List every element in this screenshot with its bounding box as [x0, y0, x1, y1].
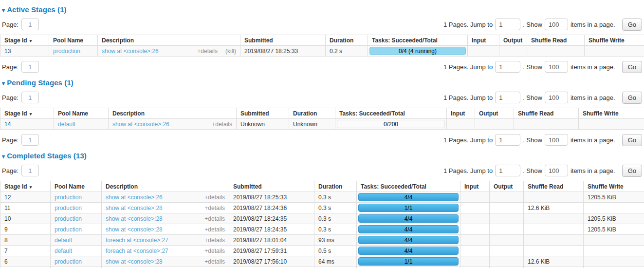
column-header-pool-name[interactable]: Pool Name — [49, 35, 98, 46]
kill-link[interactable]: (kill) — [225, 48, 236, 55]
input-cell — [468, 46, 499, 57]
details-toggle[interactable]: +details — [212, 121, 232, 128]
stage-description-link[interactable]: foreach at <console>:27 — [106, 248, 200, 254]
column-header-output[interactable]: Output — [475, 108, 514, 119]
page-number-input[interactable] — [21, 61, 39, 73]
go-button[interactable]: Go — [622, 61, 642, 73]
page-number-input[interactable] — [21, 134, 39, 146]
details-toggle[interactable]: +details — [204, 194, 225, 201]
jump-to-page-input[interactable] — [495, 92, 520, 103]
page-number-input[interactable] — [21, 92, 39, 103]
column-header-stage-id[interactable]: Stage Id▾ — [0, 181, 51, 192]
stage-description-link[interactable]: show at <console>:28 — [106, 226, 200, 233]
stage-description-link[interactable]: show at <console>:28 — [106, 205, 200, 211]
go-button[interactable]: Go — [622, 92, 642, 104]
go-button[interactable]: Go — [622, 165, 642, 177]
go-button[interactable]: Go — [622, 134, 642, 146]
pool-name-cell: default — [51, 235, 102, 246]
stage-description-link[interactable]: show at <console>:28 — [106, 258, 200, 265]
items-per-page-input[interactable] — [545, 19, 568, 30]
description-cell: show at <console>:28+details — [102, 224, 229, 235]
column-header-duration[interactable]: Duration — [289, 108, 335, 119]
items-per-page-input[interactable] — [545, 92, 568, 103]
column-header-shuffle-read[interactable]: Shuffle Read — [524, 181, 584, 192]
column-header-tasks-succeeded-total[interactable]: Tasks: Succeeded/Total — [335, 108, 447, 119]
column-header-submitted[interactable]: Submitted — [237, 108, 289, 119]
column-header-tasks-succeeded-total[interactable]: Tasks: Succeeded/Total — [357, 181, 460, 192]
jump-to-page-input[interactable] — [495, 61, 520, 73]
items-per-page-text: items in a page. — [570, 21, 615, 28]
column-header-input[interactable]: Input — [468, 35, 499, 46]
tasks-progress-cell: 4/4 — [357, 192, 460, 203]
details-toggle[interactable]: +details — [204, 205, 225, 211]
column-header-shuffle-write[interactable]: Shuffle Write — [579, 108, 644, 119]
details-toggle[interactable]: +details — [204, 237, 225, 244]
go-button[interactable]: Go — [622, 19, 642, 31]
duration-cell: 93 ms — [314, 235, 357, 246]
section-heading-pending-stages[interactable]: ▾Pending Stages (1) — [2, 78, 644, 87]
section-heading-active-stages[interactable]: ▾Active Stages (1) — [2, 5, 644, 14]
details-toggle[interactable]: +details — [204, 215, 225, 222]
pool-name-link[interactable]: default — [55, 237, 72, 244]
stage-description-link[interactable]: show at <console>:26 — [106, 194, 200, 201]
pending-stages-section: ▾Pending Stages (1) Page:1 Pages. Jump t… — [0, 78, 644, 146]
description-wrap: show at <console>:28+details — [106, 215, 225, 222]
column-header-duration[interactable]: Duration — [326, 35, 368, 46]
shuffle-write-cell — [584, 256, 644, 267]
pool-name-link[interactable]: production — [55, 215, 82, 222]
column-header-input[interactable]: Input — [460, 181, 490, 192]
items-per-page-input[interactable] — [545, 165, 568, 176]
column-header-pool-name[interactable]: Pool Name — [51, 181, 102, 192]
column-header-pool-name[interactable]: Pool Name — [54, 108, 109, 119]
duration-cell: 0.3 s — [314, 213, 357, 224]
jump-to-page-input[interactable] — [495, 19, 520, 30]
column-header-description[interactable]: Description — [98, 35, 240, 46]
pool-name-link[interactable]: production — [55, 194, 82, 201]
table-row: 10productionshow at <console>:28+details… — [0, 213, 644, 224]
column-header-submitted[interactable]: Submitted — [229, 181, 314, 192]
page-label: Page: — [2, 21, 18, 28]
pagination-pending-bottom: Page:1 Pages. Jump to. Showitems in a pa… — [0, 134, 644, 146]
sort-desc-icon: ▾ — [30, 185, 32, 190]
pool-name-link[interactable]: production — [55, 258, 82, 265]
stage-description-link[interactable]: foreach at <console>:27 — [106, 237, 200, 244]
stage-description-link[interactable]: show at <console>:28 — [106, 215, 200, 222]
details-toggle[interactable]: +details — [204, 258, 225, 265]
column-header-stage-id[interactable]: Stage Id▾ — [0, 108, 54, 119]
column-header-tasks-succeeded-total[interactable]: Tasks: Succeeded/Total — [368, 35, 468, 46]
column-header-submitted[interactable]: Submitted — [240, 35, 326, 46]
details-toggle[interactable]: +details — [197, 48, 218, 55]
stage-id-cell: 14 — [0, 119, 54, 130]
column-header-duration[interactable]: Duration — [314, 181, 357, 192]
column-header-stage-id[interactable]: Stage Id▾ — [0, 35, 49, 46]
jump-to-page-input[interactable] — [495, 165, 520, 176]
pool-name-link[interactable]: default — [55, 248, 72, 254]
items-per-page-input[interactable] — [545, 134, 568, 146]
details-toggle[interactable]: +details — [204, 248, 225, 254]
stage-description-link[interactable]: show at <console>:26 — [112, 121, 207, 128]
submitted-cell: 2019/08/27 18:25:33 — [240, 46, 326, 57]
stage-description-link[interactable]: show at <console>:26 — [102, 48, 192, 55]
completed-stages-section: ▾Completed Stages (13) Page:1 Pages. Jum… — [0, 152, 644, 268]
column-header-shuffle-write[interactable]: Shuffle Write — [585, 35, 644, 46]
column-header-shuffle-read[interactable]: Shuffle Read — [514, 108, 579, 119]
column-header-shuffle-write[interactable]: Shuffle Write — [584, 181, 644, 192]
pool-name-link[interactable]: production — [55, 205, 82, 211]
jump-to-page-input[interactable] — [495, 134, 520, 146]
pool-name-link[interactable]: production — [55, 226, 82, 233]
column-header-output[interactable]: Output — [499, 35, 527, 46]
page-number-input[interactable] — [21, 19, 39, 30]
column-header-description[interactable]: Description — [109, 108, 237, 119]
section-heading-completed-stages[interactable]: ▾Completed Stages (13) — [2, 152, 644, 160]
column-header-output[interactable]: Output — [490, 181, 524, 192]
column-header-input[interactable]: Input — [447, 108, 475, 119]
column-header-description[interactable]: Description — [102, 181, 229, 192]
items-per-page-input[interactable] — [545, 61, 568, 73]
pool-name-link[interactable]: default — [58, 121, 75, 128]
table-row: 11productionshow at <console>:28+details… — [0, 203, 644, 213]
details-toggle[interactable]: +details — [204, 226, 225, 233]
column-header-shuffle-read[interactable]: Shuffle Read — [527, 35, 585, 46]
output-cell — [490, 235, 524, 246]
page-number-input[interactable] — [21, 165, 39, 176]
pool-name-link[interactable]: production — [53, 48, 80, 55]
